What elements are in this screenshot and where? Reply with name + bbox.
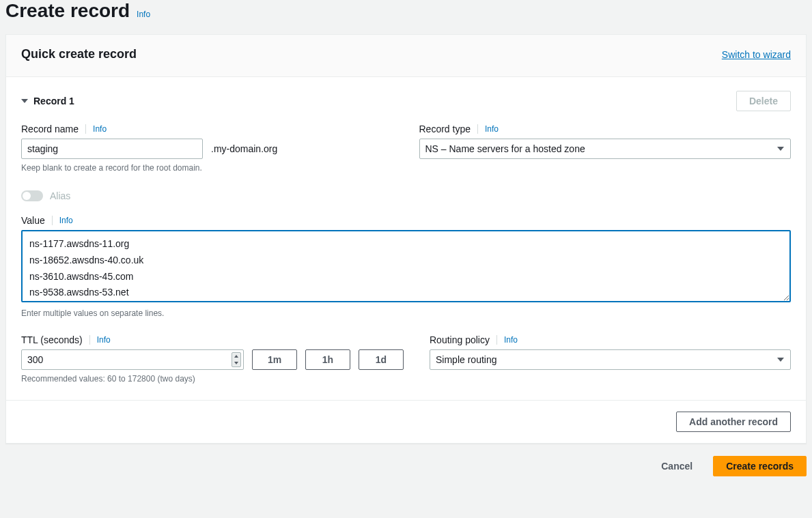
add-another-record-button[interactable]: Add another record bbox=[676, 412, 791, 432]
value-textarea[interactable] bbox=[21, 230, 791, 302]
value-label: Value bbox=[21, 215, 45, 226]
domain-suffix: .my-domain.org bbox=[211, 143, 277, 154]
ttl-info-link[interactable]: Info bbox=[97, 335, 111, 345]
panel-header: Quick create record Switch to wizard bbox=[6, 35, 806, 77]
switch-to-wizard-link[interactable]: Switch to wizard bbox=[722, 49, 791, 60]
ttl-1d-button[interactable]: 1d bbox=[359, 349, 404, 370]
value-field: Value Info Enter multiple values on sepa… bbox=[21, 215, 791, 318]
record-name-input[interactable] bbox=[21, 139, 203, 159]
ttl-field: TTL (seconds) Info 1m 1h 1d bbox=[21, 334, 404, 384]
record-header-row: Record 1 Delete bbox=[21, 91, 791, 111]
delete-button: Delete bbox=[736, 91, 791, 111]
record-header-label: Record 1 bbox=[33, 96, 74, 106]
ttl-1h-button[interactable]: 1h bbox=[305, 349, 350, 370]
page-actions: Cancel Create records bbox=[0, 444, 812, 485]
ttl-spinner[interactable] bbox=[232, 352, 241, 367]
quick-create-panel: Quick create record Switch to wizard Rec… bbox=[5, 34, 807, 444]
ttl-input[interactable] bbox=[21, 349, 244, 370]
page-title-info-link[interactable]: Info bbox=[137, 10, 150, 19]
alias-toggle[interactable] bbox=[21, 190, 43, 201]
divider bbox=[496, 335, 497, 345]
panel-body: Record 1 Delete Record name Info .my-dom… bbox=[6, 77, 806, 400]
divider bbox=[85, 124, 86, 134]
page-header: Create record Info bbox=[0, 0, 812, 34]
ttl-label: TTL (seconds) bbox=[21, 334, 83, 345]
record-type-field: Record type Info NS – Name servers for a… bbox=[419, 124, 792, 173]
routing-policy-select[interactable]: Simple routing bbox=[430, 349, 791, 370]
value-info-link[interactable]: Info bbox=[59, 216, 73, 225]
ttl-help: Recommended values: 60 to 172800 (two da… bbox=[21, 374, 404, 384]
record-name-info-link[interactable]: Info bbox=[93, 124, 107, 134]
alias-row: Alias bbox=[21, 190, 791, 201]
value-help: Enter multiple values on separate lines. bbox=[21, 308, 791, 318]
ttl-1m-button[interactable]: 1m bbox=[252, 349, 297, 370]
divider bbox=[477, 124, 478, 134]
routing-info-link[interactable]: Info bbox=[504, 335, 518, 345]
routing-policy-field: Routing policy Info Simple routing bbox=[430, 334, 791, 384]
record-name-field: Record name Info .my-domain.org Keep bla… bbox=[21, 124, 393, 173]
record-type-label: Record type bbox=[419, 124, 471, 134]
row-ttl-routing: TTL (seconds) Info 1m 1h 1d bbox=[21, 334, 791, 384]
routing-label: Routing policy bbox=[430, 334, 490, 345]
record-name-label: Record name bbox=[21, 124, 79, 134]
spinner-up-icon[interactable] bbox=[232, 353, 240, 360]
record-collapse-toggle[interactable]: Record 1 bbox=[21, 96, 74, 106]
alias-label: Alias bbox=[50, 190, 70, 201]
record-type-info-link[interactable]: Info bbox=[485, 124, 499, 134]
panel-footer: Add another record bbox=[6, 400, 806, 443]
record-type-select[interactable]: NS – Name servers for a hosted zone bbox=[419, 139, 792, 159]
caret-down-icon bbox=[21, 99, 28, 103]
page-title: Create record bbox=[5, 0, 130, 22]
create-records-button[interactable]: Create records bbox=[713, 456, 807, 476]
cancel-button[interactable]: Cancel bbox=[649, 456, 705, 476]
spinner-down-icon[interactable] bbox=[232, 360, 240, 366]
record-name-help: Keep blank to create a record for the ro… bbox=[21, 163, 393, 173]
row-name-type: Record name Info .my-domain.org Keep bla… bbox=[21, 124, 791, 173]
divider bbox=[52, 216, 53, 225]
divider bbox=[89, 335, 90, 345]
panel-title: Quick create record bbox=[21, 47, 137, 61]
